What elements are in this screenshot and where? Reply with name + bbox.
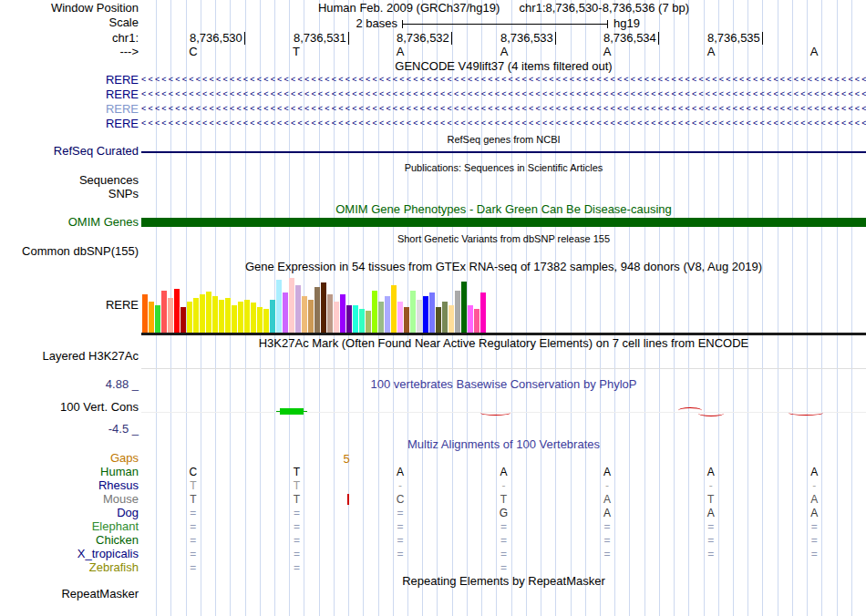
gtex-gene-label[interactable]: RERE <box>0 299 139 312</box>
gtex-expression-bar[interactable] <box>442 302 448 333</box>
gtex-expression-bar[interactable] <box>436 307 441 333</box>
gtex-expression-bar[interactable] <box>359 309 365 333</box>
gtex-expression-bar[interactable] <box>219 300 224 333</box>
alignment-cell: A <box>589 493 625 506</box>
alignment-cell: A <box>382 466 418 478</box>
gtex-expression-bar[interactable] <box>244 300 250 333</box>
reference-base: A <box>468 46 541 58</box>
gtex-expression-bar[interactable] <box>321 282 326 333</box>
gtex-expression-bar[interactable] <box>340 294 345 333</box>
gtex-expression-bar[interactable] <box>200 294 205 333</box>
gtex-expression-bar[interactable] <box>385 296 390 333</box>
gtex-expression-bar[interactable] <box>289 278 294 333</box>
gtex-expression-bar[interactable] <box>366 311 371 333</box>
gtex-expression-bar[interactable] <box>410 291 416 333</box>
rere-transcript-1[interactable]: <<<<<<<<<<<<<<<<<<<<<<<<<<<<<<<<<<<<<<<<… <box>141 74 866 86</box>
gtex-expression-bar[interactable] <box>174 289 180 333</box>
species-label-rhesus[interactable]: Rhesus <box>0 479 139 492</box>
gene-label-rere-2[interactable]: RERE <box>0 88 139 101</box>
phylop-track-label[interactable]: 100 Vert. Cons <box>0 401 139 414</box>
gtex-expression-bar[interactable] <box>461 282 467 333</box>
gtex-expression-bar[interactable] <box>302 296 307 333</box>
gene-label-rere-3[interactable]: RERE <box>0 103 139 116</box>
rere-transcript-4[interactable]: <<<<<<<<<<<<<<<<<<<<<<<<<<<<<<<<<<<<<<<<… <box>141 118 866 129</box>
alignment-cell: A <box>486 466 522 478</box>
alignment-cell: = <box>175 561 211 574</box>
gtex-expression-bar[interactable] <box>353 305 358 333</box>
gtex-expression-bar[interactable] <box>468 305 473 333</box>
alignment-cell: = <box>693 534 729 547</box>
species-label-chicken[interactable]: Chicken <box>0 534 139 547</box>
gtex-expression-bar[interactable] <box>423 296 428 333</box>
snps-track-label[interactable]: SNPs <box>0 188 139 200</box>
gtex-expression-bar[interactable] <box>308 300 314 333</box>
h3k27ac-track-label[interactable]: Layered H3K27Ac <box>0 350 139 363</box>
species-label-mouse[interactable]: Mouse <box>0 493 139 506</box>
gtex-expression-bar[interactable] <box>270 300 275 333</box>
gtex-expression-bar[interactable] <box>429 293 435 333</box>
alignment-cell: = <box>278 507 314 519</box>
gtex-expression-bar[interactable] <box>263 309 269 333</box>
gtex-expression-bar[interactable] <box>142 294 148 333</box>
repeatmasker-track-label[interactable]: RepeatMasker <box>0 588 139 601</box>
gene-label-rere-4[interactable]: RERE <box>0 118 139 130</box>
gtex-expression-bar[interactable] <box>480 293 486 333</box>
gtex-expression-bar[interactable] <box>314 287 320 333</box>
gtex-expression-bar[interactable] <box>180 307 186 333</box>
gtex-expression-bar[interactable] <box>257 307 263 333</box>
gtex-expression-bar[interactable] <box>327 294 333 333</box>
gtex-expression-bar[interactable] <box>225 298 231 333</box>
dbsnp-track-label[interactable]: Common dbSNP(155) <box>0 245 139 258</box>
alignment-cell: = <box>175 548 211 560</box>
alignment-cell: = <box>382 548 418 560</box>
gtex-expression-bar[interactable] <box>346 305 352 333</box>
alignment-cell: = <box>486 520 522 533</box>
refseq-curated-label[interactable]: RefSeq Curated <box>0 145 139 158</box>
gtex-expression-bar[interactable] <box>187 302 192 333</box>
gtex-expression-bar[interactable] <box>193 298 199 333</box>
gaps-row-label[interactable]: Gaps <box>0 452 139 465</box>
sequences-track-label[interactable]: Sequences <box>0 174 139 187</box>
rere-transcript-3[interactable]: <<<<<<<<<<<<<<<<<<<<<<<<<<<<<<<<<<<<<<<<… <box>141 103 866 115</box>
gene-label-rere-1[interactable]: RERE <box>0 74 139 87</box>
gtex-expression-bar[interactable] <box>334 302 339 333</box>
gap-size-value: 5 <box>337 452 356 466</box>
gtex-expression-bar[interactable] <box>372 291 377 333</box>
gtex-expression-bar[interactable] <box>149 302 154 333</box>
species-label-human[interactable]: Human <box>0 466 139 478</box>
gtex-expression-bar[interactable] <box>212 296 218 333</box>
gtex-expression-bar[interactable] <box>404 307 409 333</box>
gtex-expression-bar[interactable] <box>168 298 173 333</box>
gtex-expression-bar[interactable] <box>417 300 422 333</box>
gtex-expression-bar[interactable] <box>155 305 160 333</box>
alignment-cell: = <box>382 534 418 547</box>
gtex-expression-bar[interactable] <box>474 309 479 333</box>
gtex-expression-bar[interactable] <box>295 285 301 333</box>
gtex-expression-bar[interactable] <box>397 302 403 333</box>
species-label-x_tropicalis[interactable]: X_tropicalis <box>0 548 139 560</box>
gtex-expression-bar[interactable] <box>283 293 288 333</box>
gtex-expression-bar[interactable] <box>251 303 256 333</box>
gtex-expression-bar[interactable] <box>232 305 237 333</box>
h3k27ac-track-title: H3K27Ac Mark (Often Found Near Active Re… <box>141 337 866 350</box>
species-label-zebrafish[interactable]: Zebrafish <box>0 561 139 574</box>
gtex-expression-bar[interactable] <box>448 305 454 333</box>
gtex-expression-bar[interactable] <box>238 302 243 333</box>
gtex-expression-bar[interactable] <box>378 302 384 333</box>
gtex-expression-bar[interactable] <box>206 292 211 333</box>
rere-transcript-2[interactable]: <<<<<<<<<<<<<<<<<<<<<<<<<<<<<<<<<<<<<<<<… <box>141 88 866 100</box>
phylop-max-score: 4.88 _ <box>0 378 139 391</box>
omim-gene-item[interactable] <box>141 218 866 227</box>
species-label-dog[interactable]: Dog <box>0 507 139 519</box>
coordinate-label: 8,736,532 <box>397 32 452 45</box>
gtex-expression-bar[interactable] <box>161 291 167 333</box>
omim-genes-label[interactable]: OMIM Genes <box>0 216 139 229</box>
alignment-cell: T <box>175 479 211 492</box>
gtex-expression-bar[interactable] <box>391 285 397 333</box>
gtex-expression-bar[interactable] <box>276 280 282 333</box>
current-position-label: chr1:8,736,530-8,736,536 (7 bp) <box>520 1 689 15</box>
gtex-expression-bar[interactable] <box>455 291 460 333</box>
multiz-track-title: Multiz Alignments of 100 Vertebrates <box>141 438 866 451</box>
refseq-curated-item[interactable] <box>141 151 866 153</box>
species-label-elephant[interactable]: Elephant <box>0 520 139 533</box>
